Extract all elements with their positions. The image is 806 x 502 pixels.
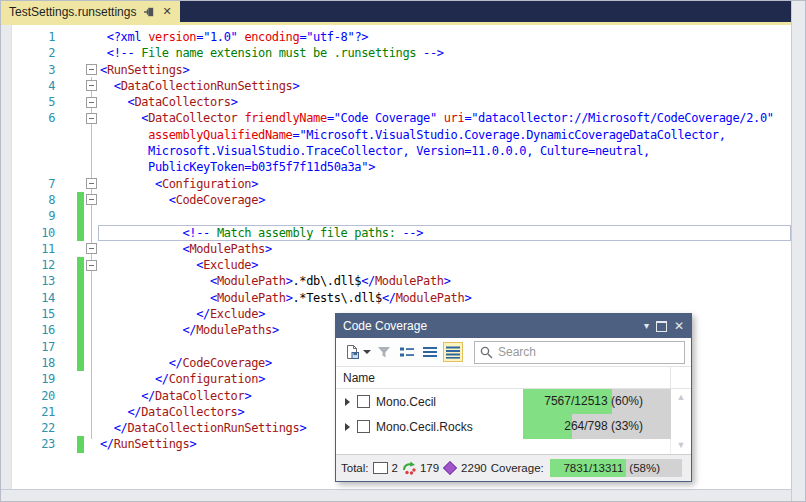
scroll-up-icon[interactable]: ▲: [677, 393, 686, 402]
change-indicator: [77, 110, 84, 126]
outline-margin: [86, 306, 98, 322]
code-line[interactable]: 4 <DataCollectionRunSettings>: [1, 78, 791, 94]
tab-close-icon[interactable]: ✕: [162, 5, 171, 18]
code-line[interactable]: PublicKeyToken=b03f5f7f11d50a3a">: [1, 159, 791, 175]
line-number: 16: [11, 322, 55, 338]
filter-button[interactable]: [374, 342, 394, 362]
code-line[interactable]: 3<RunSettings>: [1, 62, 791, 78]
code-line[interactable]: 13 <ModulePath>.*db\.dll$</ModulePath>: [1, 273, 791, 289]
code-coverage-panel: Code Coverage ▾ ✕: [335, 313, 692, 482]
code-token: >: [265, 356, 272, 370]
code-line[interactable]: 14 <ModulePath>.*Tests\.dll$</ModulePath…: [1, 290, 791, 306]
document-tab[interactable]: TestSettings.runsettings ✕: [1, 1, 180, 22]
code-token: >: [183, 63, 190, 77]
code-line[interactable]: 1 <?xml version="1.0" encoding="utf-8"?>: [1, 29, 791, 45]
line-view-button[interactable]: [443, 342, 463, 362]
right-gutter: [791, 1, 806, 502]
code-token: DataCollectionRunSettings: [121, 79, 293, 93]
name-column-header: Name: [343, 371, 375, 385]
change-indicator: [77, 45, 84, 61]
line-number: 1: [11, 29, 55, 45]
results-menu-button[interactable]: [342, 342, 362, 362]
code-token: </: [100, 389, 155, 403]
maximize-icon[interactable]: [656, 321, 667, 332]
code-token: Microsoft.VisualStudio.TraceCollector, V…: [100, 144, 650, 158]
close-icon[interactable]: ✕: [674, 320, 684, 332]
fold-toggle-icon[interactable]: [86, 178, 97, 189]
fold-toggle-icon[interactable]: [86, 97, 97, 108]
window-menu-icon[interactable]: ▾: [644, 321, 649, 331]
change-indicator: [77, 371, 84, 387]
table-row[interactable]: Mono.Cecil7567/12513 (60%): [336, 389, 670, 414]
code-token: >: [231, 95, 238, 109]
code-line[interactable]: 12 <Exclude>: [1, 257, 791, 273]
fold-toggle-icon[interactable]: [86, 113, 97, 124]
checkbox[interactable]: [357, 420, 370, 433]
outline-margin: [86, 78, 98, 94]
code-line[interactable]: Microsoft.VisualStudio.TraceCollector, V…: [1, 143, 791, 159]
code-token: <: [100, 63, 107, 77]
code-text: <DataCollectionRunSettings>: [98, 78, 791, 94]
pin-icon[interactable]: [143, 6, 155, 18]
line-number: 19: [11, 371, 55, 387]
code-token: <: [100, 274, 217, 288]
code-line[interactable]: 10 <!-- Match assembly file paths: -->: [1, 225, 791, 241]
code-token: .*db\.dll$: [293, 274, 362, 288]
code-line[interactable]: 9: [1, 208, 791, 224]
code-token: DataCollectionRunSettings: [128, 421, 300, 435]
code-line[interactable]: 2 <!-- File name extension must be .runs…: [1, 45, 791, 61]
fold-toggle-icon[interactable]: [86, 64, 97, 75]
line-number: [11, 159, 55, 175]
coverage-label: Coverage:: [491, 462, 544, 474]
code-token: </: [100, 421, 128, 435]
change-indicator: [77, 420, 84, 436]
expand-icon[interactable]: [345, 423, 350, 431]
change-indicator: [77, 355, 84, 371]
expand-icon[interactable]: [345, 398, 350, 406]
search-input[interactable]: [498, 345, 679, 359]
grid-header[interactable]: Name: [336, 366, 691, 389]
code-token: >: [272, 323, 279, 337]
code-token: ModulePath: [375, 274, 444, 288]
code-token: "datacollector://Microsoft/CodeCoverage/…: [471, 111, 773, 125]
code-token: >: [464, 291, 471, 305]
scrollbar-track[interactable]: ▲ ▼: [670, 389, 691, 454]
line-number: [11, 127, 55, 143]
code-token: <!--: [100, 46, 141, 60]
outline-margin: [86, 45, 98, 61]
checkbox[interactable]: [357, 395, 370, 408]
fold-toggle-icon[interactable]: [86, 194, 97, 205]
fold-toggle-icon[interactable]: [86, 243, 97, 254]
totals-bar: Total: 2 179 2290 Coverage: 7831/13311 (…: [336, 454, 691, 481]
code-token: >: [293, 79, 300, 93]
grid-rows: Mono.Cecil7567/12513 (60%)Mono.Cecil.Roc…: [336, 389, 670, 454]
group-by-button[interactable]: [397, 342, 417, 362]
code-line[interactable]: 7 <Configuration>: [1, 176, 791, 192]
code-line[interactable]: 11 <ModulePaths>: [1, 241, 791, 257]
change-indicator: [77, 208, 84, 224]
code-line[interactable]: assemblyQualifiedName="Microsoft.VisualS…: [1, 127, 791, 143]
outline-margin: [86, 371, 98, 387]
code-text: <ModulePaths>: [98, 241, 791, 257]
code-token: <: [100, 258, 203, 272]
outline-margin: [86, 29, 98, 45]
code-token: </: [361, 274, 375, 288]
coverage-text: 7567/12513 (60%): [523, 389, 671, 414]
scroll-down-icon[interactable]: ▼: [677, 441, 686, 450]
table-row[interactable]: Mono.Cecil.Rocks264/798 (33%): [336, 414, 670, 439]
line-number: 3: [11, 62, 55, 78]
fold-toggle-icon[interactable]: [86, 80, 97, 91]
total-coverage-bar: 7831/13311 (58%): [550, 459, 682, 477]
code-line[interactable]: 8 <CodeCoverage>: [1, 192, 791, 208]
flat-list-button[interactable]: [420, 342, 440, 362]
code-token: </: [100, 307, 210, 321]
change-indicator: [77, 322, 84, 338]
outline-margin: [86, 192, 98, 208]
dropdown-caret-icon[interactable]: [363, 350, 371, 354]
code-token: </: [100, 405, 141, 419]
panel-title-bar[interactable]: Code Coverage ▾ ✕: [336, 314, 691, 338]
fold-toggle-icon[interactable]: [86, 260, 97, 271]
code-token: DataCollector: [155, 389, 244, 403]
code-line[interactable]: 5 <DataCollectors>: [1, 94, 791, 110]
code-line[interactable]: 6 <DataCollector friendlyName="Code Cove…: [1, 110, 791, 126]
